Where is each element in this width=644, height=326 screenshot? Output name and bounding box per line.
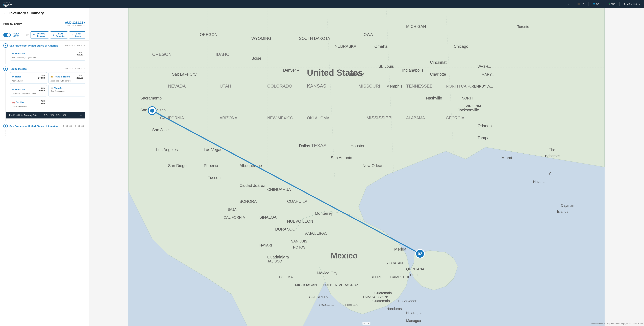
transfer-desc: Own Arrangement [50, 90, 83, 92]
svg-text:PUEBLA: PUEBLA [323, 283, 337, 287]
service-card-transfer: 🚐 Transfer Own Arrangement [48, 85, 86, 96]
svg-text:IOWA: IOWA [362, 33, 373, 37]
sidebar: ← Inventory Summary Price Summary AUD 12… [0, 8, 89, 326]
svg-text:COAHUILA: COAHUILA [287, 199, 308, 204]
tours-label: Tours & Tickets [54, 75, 70, 78]
dest-3-left: San Francisco, United States of America [3, 124, 58, 128]
user-name: JohnBrouillette [624, 3, 638, 5]
svg-text:MICHOACAN: MICHOACAN [295, 283, 317, 287]
price-summary-section: Price Summary AUD 1281.11 ▾ Total Cost A… [0, 18, 89, 29]
powered-by-text: powered by [3, 1, 12, 3]
eye-icon: 👁 [33, 34, 35, 36]
nav-divider-3 [603, 2, 604, 6]
svg-text:SOUTH DAKOTA: SOUTH DAKOTA [299, 36, 330, 41]
svg-text:Las Vegas: Las Vegas [204, 147, 222, 152]
nav-divider-4 [620, 2, 620, 6]
dest-1-pin-inner [5, 45, 6, 46]
svg-text:OREGON: OREGON [152, 52, 172, 57]
agent-view-info-icon[interactable]: ⓘ [26, 34, 28, 37]
svg-text:Tampa: Tampa [478, 136, 490, 140]
dest-3-name: San Francisco, United States of America [10, 125, 58, 127]
svg-text:Bahamas: Bahamas [545, 154, 560, 158]
price-summary-right: AUD 1281.11 ▾ Total Cost AUD inc. Tax [65, 21, 86, 27]
agent-view-label: AGENT VIEW [13, 33, 24, 38]
svg-text:MISSOURI: MISSOURI [358, 84, 380, 89]
svg-text:TEXAS: TEXAS [311, 143, 326, 148]
svg-text:Islands: Islands [557, 210, 568, 214]
tours-desc: Xplor Tour - with Transfer [50, 80, 83, 82]
svg-text:Havana: Havana [533, 180, 545, 184]
service-price-carhire: AUD 0.00 [40, 100, 45, 105]
svg-text:OKLAHOMA: OKLAHOMA [307, 116, 330, 120]
ticket-icon: 🎫 [50, 75, 53, 78]
dest-3-dates: 9 Feb 2024 - 9 Feb 2024 [63, 125, 86, 127]
svg-text:Jacksonville: Jacksonville [458, 108, 479, 112]
svg-text:UTAH: UTAH [220, 84, 231, 89]
svg-text:Cuba: Cuba [549, 172, 558, 176]
svg-text:NEBRASKA: NEBRASKA [335, 44, 356, 49]
svg-text:OREGON: OREGON [200, 33, 218, 37]
dest-3-pin-inner [5, 125, 6, 127]
price-chevron-icon[interactable]: ▾ [84, 21, 86, 25]
dest-2-dates: 7 Feb 2024 - 9 Feb 2024 [63, 68, 86, 70]
transport-2-desc: Cozumel(CZM) to San Franci... [12, 93, 45, 95]
svg-text:TAMAULIPAS: TAMAULIPAS [303, 231, 328, 235]
agent-view-row: AGENT VIEW ⓘ 👁 Preview Itinerary 🗒 Save … [0, 29, 89, 41]
svg-text:NEVADA: NEVADA [168, 84, 186, 89]
aud-label: AUD [611, 3, 616, 5]
help-button[interactable]: ? [566, 2, 570, 7]
svg-text:PENNSYLV...: PENNSYLV... [472, 84, 493, 88]
price-amount-text: AUD 1281.11 [65, 21, 83, 25]
svg-text:ALABAMA: ALABAMA [406, 116, 425, 120]
svg-text:Cincinnati: Cincinnati [430, 60, 447, 65]
svg-text:COLIMA: COLIMA [279, 275, 293, 279]
preview-itinerary-button[interactable]: 👁 Preview Itinerary [30, 32, 49, 39]
svg-text:Dallas: Dallas [299, 144, 310, 148]
agent-view-toggle[interactable] [3, 33, 11, 37]
prepost-banner[interactable]: Pre-Post Hotel Booking Date 7 Feb 2024 -… [6, 112, 86, 118]
gb-label: GB [596, 3, 599, 5]
service-card-transport-2-header: ✈ Transport AUD 390.60 [12, 87, 45, 92]
svg-text:Kansas City: Kansas City [343, 72, 364, 76]
svg-text:IDAHO: IDAHO [216, 52, 230, 57]
price-tax-label: Total Cost AUD inc. Tax [65, 25, 86, 27]
svg-text:VIRGINIA: VIRGINIA [466, 104, 482, 108]
svg-text:Honduras: Honduras [386, 307, 402, 311]
svg-text:Memphis: Memphis [386, 84, 402, 88]
service-type-label-1: Transport [15, 52, 25, 55]
service-card-transport-1-header: ✈ Transport AUD 391.50 [12, 51, 83, 56]
save-quotation-button[interactable]: 🗒 Save Quotation [50, 32, 68, 39]
user-menu-button[interactable]: JohnBrouillette ▾ [622, 2, 641, 6]
nav-right: ? ⬛ HQ 🌐 GB 💱 AUD JohnBrouillette ▾ [566, 2, 641, 7]
svg-text:POTOSI: POTOSI [293, 245, 306, 249]
service-price-tours: AUD 220.21 [76, 74, 83, 79]
transfer-label: Transfer [54, 87, 63, 89]
svg-text:KANSAS: KANSAS [307, 83, 326, 89]
aud-button[interactable]: 💱 AUD [606, 2, 617, 6]
map-svg: OREGON NEVADA CALIFORNIA IDAHO UTAH ARIZ… [89, 8, 644, 326]
dest-2-name: Tulum, Mexico [10, 67, 27, 70]
car-icon-transfer: 🚐 [50, 87, 53, 89]
svg-text:NAYARIT: NAYARIT [259, 243, 274, 247]
dest-1-pin [3, 43, 8, 48]
service-type-transport-1: ✈ Transport [12, 52, 25, 55]
svg-text:MISSISSIPPI: MISSISSIPPI [366, 115, 392, 120]
svg-text:Salt Lake City: Salt Lake City [172, 72, 196, 76]
svg-text:Omaha: Omaha [374, 44, 388, 49]
svg-text:Ciudad Juárez: Ciudad Juárez [240, 183, 265, 188]
svg-text:02: 02 [418, 252, 422, 256]
service-type-hotel: 🛏 Hotel [12, 75, 21, 78]
svg-text:Los Angeles: Los Angeles [156, 147, 178, 152]
gb-button[interactable]: 🌐 GB [591, 2, 600, 6]
help-icon: ? [568, 2, 569, 6]
book-itinerary-button[interactable]: ✓ Book Itinerary [69, 32, 86, 39]
svg-text:Guatemala: Guatemala [374, 291, 392, 295]
svg-text:CAMPECHE: CAMPECHE [390, 275, 410, 279]
logo: powered by r ◎ am [3, 1, 12, 7]
svg-text:GEORGIA: GEORGIA [446, 116, 464, 120]
svg-text:Indianapolis: Indianapolis [402, 68, 423, 72]
hotel-label: Hotel [15, 75, 21, 78]
hq-button[interactable]: ⬛ HQ [576, 2, 586, 6]
back-button[interactable]: ← [3, 11, 8, 15]
terms-label: Terms of Use [633, 323, 643, 325]
